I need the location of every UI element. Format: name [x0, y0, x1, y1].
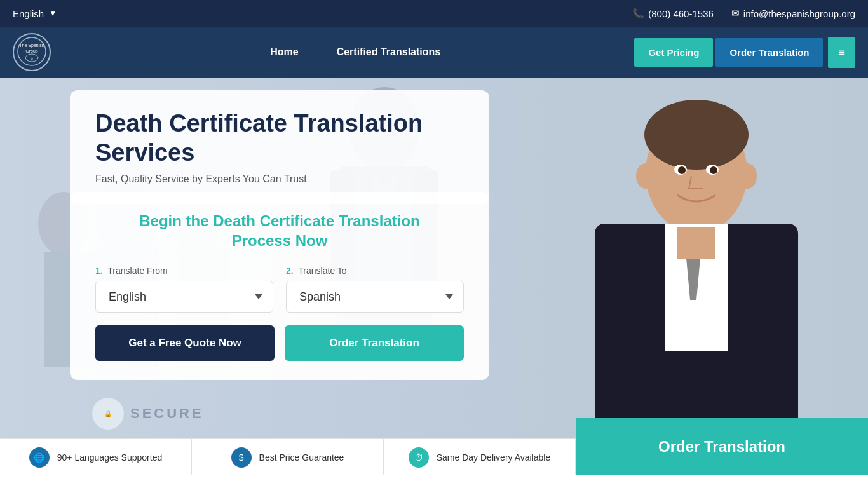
svg-point-22	[710, 166, 717, 174]
order-translation-float[interactable]: Order Translation	[576, 418, 868, 475]
feature-price-text: Best Price Guarantee	[259, 452, 344, 463]
chevron-down-icon: ▼	[49, 9, 57, 18]
svg-point-12	[644, 100, 749, 170]
page-title: Death Certificate Translation Services	[95, 109, 464, 167]
secure-icon: 🔒	[92, 398, 124, 430]
svg-point-21	[678, 166, 686, 174]
translation-form-card: Begin the Death Certificate Translation …	[70, 192, 489, 380]
divider	[273, 266, 286, 313]
translate-to-label: 2. Translate To	[286, 266, 464, 276]
language-selector[interactable]: English ▼	[13, 8, 57, 19]
nav-home[interactable]: Home	[251, 27, 317, 78]
email-link[interactable]: ✉ info@thespanishgroup.org	[731, 8, 855, 19]
nav-certified-translations[interactable]: Certified Translations	[318, 27, 460, 78]
svg-rect-16	[677, 227, 715, 259]
phone-link[interactable]: 📞 (800) 460-1536	[632, 8, 714, 19]
logo-text: The Spanish Group ✿	[16, 36, 48, 69]
hero-section: Death Certificate Translation Services F…	[0, 78, 868, 475]
contact-info: 📞 (800) 460-1536 ✉ info@thespanishgroup.…	[632, 8, 855, 19]
get-quote-button[interactable]: Get a Free Quote Now	[95, 325, 275, 361]
bg-person-right	[519, 78, 868, 475]
svg-point-17	[636, 163, 655, 189]
email-address: info@thespanishgroup.org	[743, 8, 855, 19]
language-label: English	[13, 8, 44, 19]
order-float-label: Order Translation	[658, 438, 785, 456]
globe-icon: 🌐	[29, 447, 50, 468]
hamburger-menu-button[interactable]: ≡	[828, 37, 855, 68]
nav-buttons: Get Pricing Order Translation ≡	[634, 37, 855, 68]
order-translation-nav-button[interactable]: Order Translation	[715, 38, 823, 67]
feature-languages-text: 90+ Languages Supported	[57, 452, 162, 463]
feature-delivery: ⏱ Same Day Delivery Available	[384, 439, 576, 475]
form-title: Begin the Death Certificate Translation …	[95, 211, 464, 250]
feature-languages: 🌐 90+ Languages Supported	[0, 439, 192, 475]
dollar-icon: $	[231, 447, 252, 468]
svg-point-18	[738, 163, 757, 189]
svg-text:The Spanish: The Spanish	[19, 43, 44, 48]
feature-delivery-text: Same Day Delivery Available	[437, 452, 551, 463]
secure-badge: 🔒 SECURE	[92, 398, 204, 430]
logo: The Spanish Group ✿	[13, 33, 51, 71]
email-icon: ✉	[731, 8, 740, 19]
logo-circle: The Spanish Group ✿	[13, 33, 51, 71]
hero-subtitle: Fast, Quality Service by Experts You Can…	[95, 173, 464, 185]
translate-to-group: 2. Translate To Spanish English French G…	[286, 266, 464, 313]
phone-icon: 📞	[632, 8, 644, 19]
language-selectors-row: 1. Translate From English Spanish French…	[95, 266, 464, 313]
top-bar: English ▼ 📞 (800) 460-1536 ✉ info@thespa…	[0, 0, 868, 27]
nav-links: Home Certified Translations	[76, 27, 634, 78]
phone-number: (800) 460-1536	[648, 8, 714, 19]
svg-text:Group: Group	[25, 49, 38, 54]
translate-from-group: 1. Translate From English Spanish French…	[95, 266, 273, 313]
translate-from-select[interactable]: English Spanish French German	[95, 281, 273, 313]
feature-price: $ Best Price Guarantee	[192, 439, 384, 475]
secure-label: SECURE	[130, 405, 204, 422]
form-buttons: Get a Free Quote Now Order Translation	[95, 325, 464, 361]
svg-text:✿: ✿	[31, 57, 33, 60]
main-nav: The Spanish Group ✿ Home Certified Trans…	[0, 27, 868, 78]
get-pricing-button[interactable]: Get Pricing	[634, 38, 713, 67]
clock-icon: ⏱	[409, 447, 429, 468]
translate-from-label: 1. Translate From	[95, 266, 273, 276]
hero-title-card: Death Certificate Translation Services F…	[70, 90, 489, 204]
translate-to-select[interactable]: Spanish English French German	[286, 281, 464, 313]
order-translation-button[interactable]: Order Translation	[285, 325, 464, 361]
